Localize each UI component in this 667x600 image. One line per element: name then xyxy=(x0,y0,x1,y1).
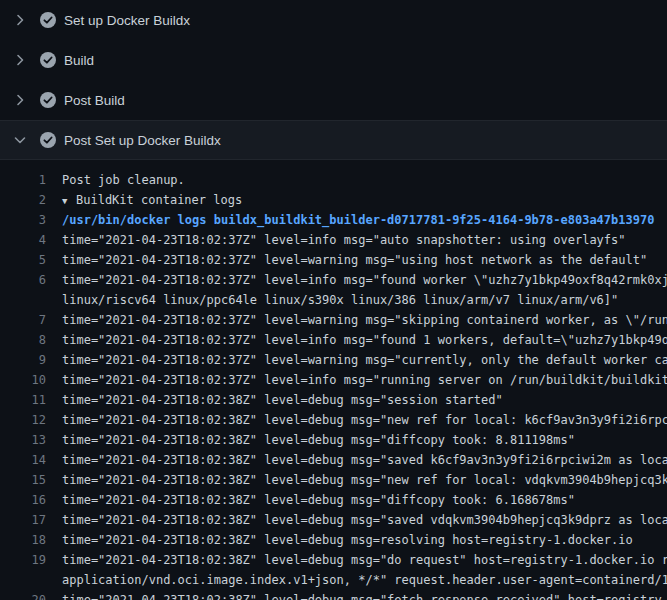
log-line: 19 time="2021-04-23T18:02:38Z" level=deb… xyxy=(12,550,667,570)
log-line: 14 time="2021-04-23T18:02:38Z" level=deb… xyxy=(12,450,667,470)
line-number[interactable]: 9 xyxy=(12,350,46,370)
log-line: linux/riscv64 linux/ppc64le linux/s390x … xyxy=(12,290,667,310)
log-line: 11 time="2021-04-23T18:02:38Z" level=deb… xyxy=(12,390,667,410)
line-number[interactable]: 6 xyxy=(12,270,46,290)
line-text: time="2021-04-23T18:02:38Z" level=debug … xyxy=(62,510,667,530)
line-number[interactable]: 13 xyxy=(12,430,46,450)
line-number[interactable]: 4 xyxy=(12,230,46,250)
line-number[interactable]: 12 xyxy=(12,410,46,430)
check-circle-icon xyxy=(40,12,56,28)
step-label: Post Set up Docker Buildx xyxy=(64,133,221,148)
line-number[interactable]: 18 xyxy=(12,530,46,550)
line-text: time="2021-04-23T18:02:38Z" level=debug … xyxy=(62,430,575,450)
check-circle-icon xyxy=(40,92,56,108)
step-row-post-set-up-docker-buildx[interactable]: Post Set up Docker Buildx xyxy=(0,120,667,160)
step-row-build[interactable]: Build xyxy=(0,40,667,80)
line-number[interactable]: 20 xyxy=(12,590,46,600)
line-number[interactable] xyxy=(12,290,46,310)
line-number[interactable]: 10 xyxy=(12,370,46,390)
line-text: time="2021-04-23T18:02:38Z" level=debug … xyxy=(62,590,662,600)
chevron-right-icon xyxy=(12,52,28,68)
line-text: time="2021-04-23T18:02:37Z" level=info m… xyxy=(62,230,626,250)
actions-log-viewer: Set up Docker Buildx Build Post Build Po… xyxy=(0,0,667,600)
log-line: 1 Post job cleanup. xyxy=(12,170,667,190)
chevron-right-icon xyxy=(12,92,28,108)
line-text: time="2021-04-23T18:02:37Z" level=warnin… xyxy=(62,350,667,370)
line-number[interactable]: 16 xyxy=(12,490,46,510)
log-line: 20 time="2021-04-23T18:02:38Z" level=deb… xyxy=(12,590,667,600)
chevron-right-icon xyxy=(12,12,28,28)
line-number[interactable]: 17 xyxy=(12,510,46,530)
log-line: 18 time="2021-04-23T18:02:38Z" level=deb… xyxy=(12,530,667,550)
log-line: 17 time="2021-04-23T18:02:38Z" level=deb… xyxy=(12,510,667,530)
log-lines: 1 Post job cleanup. 2 ▼BuildKit containe… xyxy=(0,160,667,600)
line-text: time="2021-04-23T18:02:37Z" level=warnin… xyxy=(62,250,647,270)
log-line: 5 time="2021-04-23T18:02:37Z" level=warn… xyxy=(12,250,667,270)
line-text: time="2021-04-23T18:02:38Z" level=debug … xyxy=(62,550,667,570)
log-line: 10 time="2021-04-23T18:02:37Z" level=inf… xyxy=(12,370,667,390)
line-number[interactable]: 5 xyxy=(12,250,46,270)
line-number[interactable]: 2 xyxy=(12,190,46,210)
line-text: time="2021-04-23T18:02:37Z" level=info m… xyxy=(62,370,667,390)
log-line: 12 time="2021-04-23T18:02:38Z" level=deb… xyxy=(12,410,667,430)
line-text: application/vnd.oci.image.index.v1+json,… xyxy=(62,570,667,590)
line-number[interactable]: 15 xyxy=(12,470,46,490)
log-line: 13 time="2021-04-23T18:02:38Z" level=deb… xyxy=(12,430,667,450)
line-text: time="2021-04-23T18:02:38Z" level=debug … xyxy=(62,390,503,410)
log-line: 6 time="2021-04-23T18:02:37Z" level=info… xyxy=(12,270,667,290)
line-text: time="2021-04-23T18:02:38Z" level=debug … xyxy=(62,490,575,510)
log-line: 15 time="2021-04-23T18:02:38Z" level=deb… xyxy=(12,470,667,490)
line-number[interactable]: 3 xyxy=(12,210,46,230)
line-text: ▼BuildKit container logs xyxy=(62,190,242,210)
check-circle-icon xyxy=(40,132,56,148)
log-line: application/vnd.oci.image.index.v1+json,… xyxy=(12,570,667,590)
line-text: time="2021-04-23T18:02:37Z" level=warnin… xyxy=(62,310,667,330)
line-text: time="2021-04-23T18:02:37Z" level=info m… xyxy=(62,330,667,350)
line-text: Post job cleanup. xyxy=(62,170,185,190)
line-text: time="2021-04-23T18:02:38Z" level=debug … xyxy=(62,410,667,430)
chevron-down-icon xyxy=(12,132,28,148)
line-number[interactable]: 19 xyxy=(12,550,46,570)
log-line: 3 /usr/bin/docker logs buildx_buildkit_b… xyxy=(12,210,667,230)
line-text: time="2021-04-23T18:02:38Z" level=debug … xyxy=(62,450,667,470)
log-line: 9 time="2021-04-23T18:02:37Z" level=warn… xyxy=(12,350,667,370)
step-label: Build xyxy=(64,53,94,68)
check-circle-icon xyxy=(40,52,56,68)
line-text: time="2021-04-23T18:02:38Z" level=debug … xyxy=(62,530,633,550)
log-line: 16 time="2021-04-23T18:02:38Z" level=deb… xyxy=(12,490,667,510)
step-label: Post Build xyxy=(64,93,125,108)
step-label: Set up Docker Buildx xyxy=(64,13,190,28)
line-text: linux/riscv64 linux/ppc64le linux/s390x … xyxy=(62,290,618,310)
line-number[interactable]: 14 xyxy=(12,450,46,470)
log-line: 8 time="2021-04-23T18:02:37Z" level=info… xyxy=(12,330,667,350)
line-number[interactable]: 7 xyxy=(12,310,46,330)
step-row-set-up-docker-buildx[interactable]: Set up Docker Buildx xyxy=(0,0,667,40)
line-number[interactable]: 1 xyxy=(12,170,46,190)
log-line: 4 time="2021-04-23T18:02:37Z" level=info… xyxy=(12,230,667,250)
line-text: time="2021-04-23T18:02:38Z" level=debug … xyxy=(62,470,667,490)
log-line: 2 ▼BuildKit container logs xyxy=(12,190,667,210)
line-text: time="2021-04-23T18:02:37Z" level=info m… xyxy=(62,270,667,290)
line-number[interactable] xyxy=(12,570,46,590)
line-text: /usr/bin/docker logs buildx_buildkit_bui… xyxy=(62,210,654,230)
step-row-post-build[interactable]: Post Build xyxy=(0,80,667,120)
group-toggle-icon[interactable]: ▼ xyxy=(62,191,76,211)
log-line: 7 time="2021-04-23T18:02:37Z" level=warn… xyxy=(12,310,667,330)
line-number[interactable]: 8 xyxy=(12,330,46,350)
line-number[interactable]: 11 xyxy=(12,390,46,410)
